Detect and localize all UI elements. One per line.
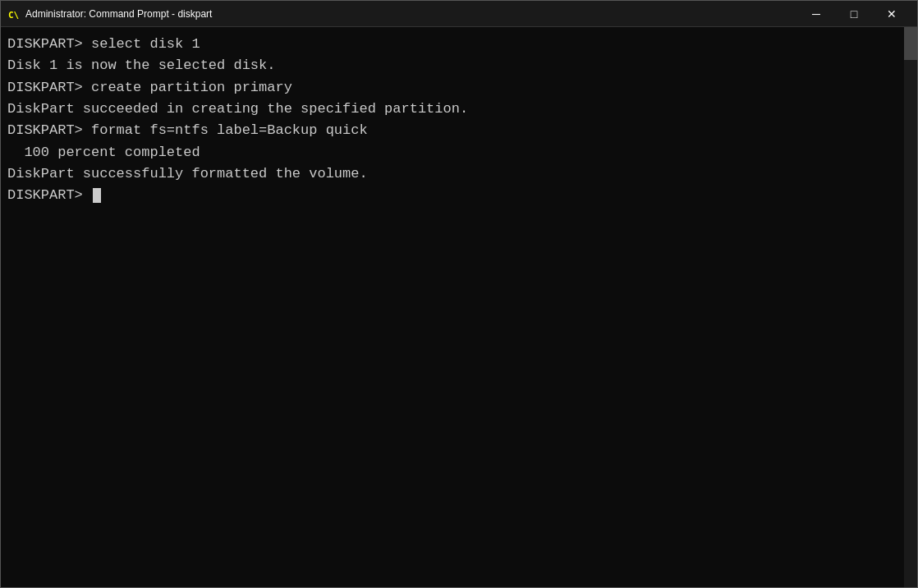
window-controls: ─ □ ✕ [797, 1, 911, 27]
close-button[interactable]: ✕ [873, 1, 911, 27]
terminal-line: DISKPART> format fs=ntfs label=Backup qu… [7, 120, 911, 141]
terminal-line: Disk 1 is now the selected disk. [7, 55, 911, 76]
terminal-line: DISKPART> select disk 1 [7, 34, 911, 55]
title-bar: C\ Administrator: Command Prompt - diskp… [1, 1, 917, 27]
terminal-body[interactable]: DISKPART> select disk 1 Disk 1 is now th… [1, 27, 917, 587]
terminal-output: DISKPART> select disk 1 Disk 1 is now th… [7, 34, 911, 207]
terminal-line: DiskPart succeeded in creating the speci… [7, 99, 911, 120]
svg-text:C\: C\ [8, 10, 20, 21]
minimize-button[interactable]: ─ [797, 1, 835, 27]
window-title: Administrator: Command Prompt - diskpart [25, 8, 797, 20]
maximize-button[interactable]: □ [835, 1, 873, 27]
terminal-line: DISKPART> create partition primary [7, 77, 911, 99]
cmd-icon: C\ [7, 7, 21, 21]
terminal-prompt: DISKPART> [7, 185, 911, 206]
cursor [93, 188, 101, 203]
scrollbar-thumb[interactable] [904, 27, 917, 60]
scrollbar[interactable] [904, 27, 917, 587]
terminal-line: 100 percent completed [7, 142, 911, 163]
window: C\ Administrator: Command Prompt - diskp… [0, 0, 918, 588]
terminal-line: DiskPart successfully formatted the volu… [7, 163, 911, 185]
